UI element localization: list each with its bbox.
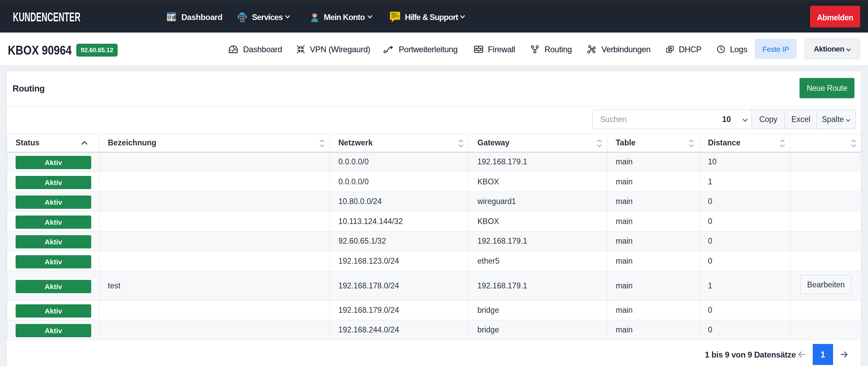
svg-text:?: ? [396, 14, 399, 20]
